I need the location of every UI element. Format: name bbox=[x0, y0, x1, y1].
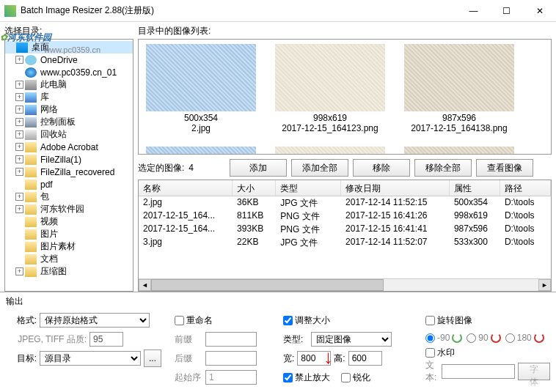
tree-item[interactable]: www.pc0359.cn_01 bbox=[5, 66, 133, 78]
sharpen-checkbox[interactable]: 锐化 bbox=[341, 371, 370, 384]
rename-checkbox[interactable]: 重命名 bbox=[175, 314, 213, 327]
resize-type-label: 类型: bbox=[283, 333, 308, 346]
add-all-button[interactable]: 添加全部 bbox=[291, 159, 348, 177]
tree-label: 选择目录: bbox=[4, 25, 133, 37]
tree-item[interactable]: +包 bbox=[5, 191, 133, 203]
quality-input[interactable] bbox=[89, 332, 123, 347]
tree-item[interactable]: +FileZilla_recovered bbox=[5, 166, 133, 178]
tree-item[interactable]: 图片 bbox=[5, 228, 133, 240]
cell-type: PNG 文件 bbox=[276, 210, 341, 223]
expander-icon[interactable]: + bbox=[15, 106, 23, 114]
thumb-label: 目录中的图像列表: bbox=[138, 25, 552, 37]
expander-icon[interactable]: + bbox=[15, 56, 23, 64]
tree-item[interactable]: +FileZilla(1) bbox=[5, 153, 133, 166]
expander-icon[interactable]: + bbox=[15, 81, 23, 89]
remove-all-button[interactable]: 移除全部 bbox=[414, 159, 472, 177]
tree-item[interactable]: pdf bbox=[5, 178, 133, 191]
col-path[interactable]: 路径 bbox=[500, 180, 551, 196]
col-date[interactable]: 修改日期 bbox=[341, 180, 450, 196]
desktop-icon bbox=[16, 42, 28, 53]
expander-icon[interactable]: + bbox=[15, 155, 23, 163]
cell-size: 393KB bbox=[233, 223, 276, 236]
tree-item[interactable]: +控制面板 bbox=[5, 116, 133, 128]
view-image-button[interactable]: 查看图像 bbox=[476, 159, 533, 177]
tree-item[interactable]: +网络 bbox=[5, 103, 133, 116]
expander-icon[interactable]: + bbox=[15, 205, 23, 213]
thumbnail[interactable]: 998x619 2017-12-15_164123.png bbox=[272, 44, 388, 133]
height-input[interactable] bbox=[348, 351, 382, 366]
cell-size: 22KB bbox=[233, 236, 276, 249]
tree-item[interactable]: 视频 bbox=[5, 215, 133, 228]
startnum-input[interactable] bbox=[205, 370, 257, 385]
col-attr[interactable]: 属性 bbox=[450, 180, 500, 196]
tree-item-label: 包 bbox=[39, 191, 51, 203]
col-size[interactable]: 大小 bbox=[233, 180, 276, 196]
tree-item[interactable]: 桌面 bbox=[5, 41, 133, 53]
prefix-label: 前缀 bbox=[175, 333, 202, 346]
tree-item-label: 压缩图 bbox=[39, 265, 68, 278]
folder-tree[interactable]: 桌面+OneDrivewww.pc0359.cn_01+此电脑+库+网络+控制面… bbox=[4, 39, 133, 292]
maximize-button[interactable]: ☐ bbox=[490, 0, 523, 22]
expander-icon[interactable]: + bbox=[15, 118, 23, 126]
rot-p90-radio[interactable]: 90 bbox=[467, 333, 500, 343]
watermark-checkbox[interactable]: 水印 bbox=[425, 347, 455, 359]
table-row[interactable]: 2017-12-15_164...393KBPNG 文件2017-12-15 1… bbox=[139, 223, 551, 236]
rot-180-radio[interactable]: 180 bbox=[505, 333, 544, 343]
cell-name: 3.jpg bbox=[139, 236, 233, 249]
tree-item[interactable]: +压缩图 bbox=[5, 265, 133, 278]
table-row[interactable]: 2017-12-15_164...811KBPNG 文件2017-12-15 1… bbox=[139, 210, 551, 223]
globe-icon bbox=[25, 67, 37, 78]
wm-font-button[interactable]: 字体 bbox=[518, 363, 550, 380]
width-input[interactable] bbox=[297, 351, 331, 366]
expander-icon[interactable]: + bbox=[15, 267, 23, 275]
tree-item[interactable]: +Adobe Acrobat bbox=[5, 141, 133, 153]
tree-item[interactable]: +OneDrive bbox=[5, 53, 133, 66]
tree-item[interactable]: +库 bbox=[5, 91, 133, 103]
rotate-checkbox[interactable]: 旋转图像 bbox=[425, 314, 472, 327]
cell-size: 36KB bbox=[233, 196, 276, 210]
resize-type-select[interactable]: 固定图像 bbox=[311, 332, 392, 347]
tree-item-label: 视频 bbox=[39, 215, 59, 228]
file-list[interactable]: 名称 大小 类型 修改日期 属性 路径 2.jpg36KBJPG 文件2017-… bbox=[138, 180, 552, 292]
dest-select[interactable]: 源目录 bbox=[40, 351, 141, 366]
thumbnail[interactable]: 500x354 2.jpg bbox=[143, 44, 259, 133]
expander-icon[interactable]: + bbox=[15, 130, 23, 138]
col-type[interactable]: 类型 bbox=[276, 180, 341, 196]
thumbnail-dimensions: 500x354 bbox=[184, 113, 218, 123]
expander-icon bbox=[15, 68, 23, 76]
noenlarge-checkbox[interactable]: 禁止放大 bbox=[283, 371, 330, 384]
expander-icon[interactable]: + bbox=[15, 168, 23, 176]
table-row[interactable]: 2.jpg36KBJPG 文件2017-12-14 11:52:15500x35… bbox=[139, 196, 551, 210]
suffix-label: 后缀 bbox=[175, 352, 202, 365]
remove-button[interactable]: 移除 bbox=[353, 159, 410, 177]
expander-icon[interactable]: + bbox=[15, 143, 23, 151]
tree-item[interactable]: 文档 bbox=[5, 253, 133, 265]
table-row[interactable]: 3.jpg22KBJPG 文件2017-12-14 11:52:07533x30… bbox=[139, 236, 551, 249]
format-select[interactable]: 保持原始格式 bbox=[40, 313, 150, 328]
expander-icon[interactable]: + bbox=[15, 193, 23, 201]
wm-text-input[interactable] bbox=[442, 364, 515, 379]
minimize-button[interactable]: — bbox=[457, 0, 490, 22]
expander-icon[interactable]: + bbox=[15, 93, 23, 101]
add-button[interactable]: 添加 bbox=[230, 159, 287, 177]
thumbnail[interactable]: 987x596 2017-12-15_164138.png bbox=[401, 44, 517, 133]
tree-item[interactable]: +此电脑 bbox=[5, 78, 133, 91]
prefix-input[interactable] bbox=[205, 332, 257, 347]
cell-attr: 533x300 bbox=[450, 236, 500, 249]
tree-item[interactable]: 图片素材 bbox=[5, 240, 133, 253]
tree-item[interactable]: +河东软件园 bbox=[5, 203, 133, 215]
col-name[interactable]: 名称 bbox=[139, 180, 233, 196]
thumbnail-list[interactable]: 500x354 2.jpg 998x619 2017-12-15_164123.… bbox=[138, 39, 552, 155]
rot-n90-radio[interactable]: -90 bbox=[425, 333, 462, 343]
suffix-input[interactable] bbox=[205, 351, 257, 366]
tree-item[interactable]: +回收站 bbox=[5, 128, 133, 141]
scroll-right-arrow[interactable]: ► bbox=[538, 279, 551, 291]
browse-button[interactable]: ... bbox=[144, 350, 161, 367]
folder-icon bbox=[25, 204, 37, 215]
resize-checkbox[interactable]: 调整大小 bbox=[283, 314, 330, 327]
scroll-thumb[interactable] bbox=[151, 279, 384, 291]
cell-date: 2017-12-15 16:41:41 bbox=[341, 223, 450, 236]
horizontal-scrollbar[interactable]: ◄ ► bbox=[139, 278, 551, 291]
scroll-left-arrow[interactable]: ◄ bbox=[139, 279, 151, 291]
close-button[interactable]: ✕ bbox=[523, 0, 556, 22]
